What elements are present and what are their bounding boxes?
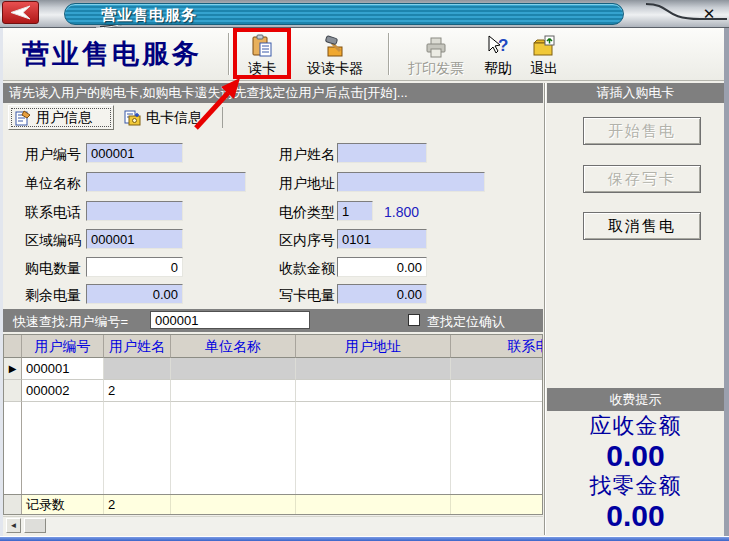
read-card-label: 读卡 <box>248 61 276 76</box>
change-amount-label: 找零金额 <box>547 471 724 500</box>
purchase-qty-label: 购电数量 <box>25 260 81 278</box>
window-title-pill: 营业售电服务 <box>64 3 624 25</box>
user-address-label: 用户地址 <box>279 175 335 193</box>
quick-find-bar: 快速查找:用户编号= 查找定位确认 <box>3 309 543 332</box>
app-logo-icon <box>2 1 39 24</box>
area-serial-field[interactable] <box>337 229 427 249</box>
amount-received-field[interactable] <box>337 257 427 277</box>
cell-phone[interactable] <box>451 358 543 380</box>
col-phone: 联系电话 <box>451 335 543 358</box>
change-amount-value: 0.00 <box>547 500 724 531</box>
price-type-field[interactable] <box>337 201 373 221</box>
toolbar-separator <box>388 33 390 75</box>
table-hscrollbar[interactable]: ◄ <box>3 516 543 533</box>
write-power-label: 写卡电量 <box>279 287 335 305</box>
user-table: 用户编号 用户姓名 单位名称 用户地址 联系电话 ▶ 000001 000002… <box>3 334 543 515</box>
phone-field[interactable] <box>86 201 183 221</box>
card-info-icon <box>124 110 141 126</box>
exit-button[interactable]: 退出 <box>523 31 565 78</box>
save-write-card-button: 保存写卡 <box>583 165 701 193</box>
row-selector-header <box>4 335 22 358</box>
locate-confirm-label: 查找定位确认 <box>427 313 505 331</box>
cancel-sale-button[interactable]: 取消售电 <box>583 212 701 240</box>
window-right-edge <box>724 28 729 541</box>
unit-name-field[interactable] <box>86 172 246 192</box>
area-code-label: 区域编码 <box>25 232 81 250</box>
phone-label: 联系电话 <box>25 204 81 222</box>
printer-icon <box>423 34 449 60</box>
user-name-label: 用户姓名 <box>279 146 335 164</box>
help-cursor-icon: ? <box>485 34 511 60</box>
exit-label: 退出 <box>530 61 558 76</box>
window-title: 营业售电服务 <box>101 6 197 25</box>
scroll-left-arrow-icon[interactable]: ◄ <box>6 518 21 533</box>
cell-user-name[interactable] <box>104 358 171 380</box>
title-bar: 营业售电服务 ✕ <box>0 0 729 28</box>
tab-card-info[interactable]: 电卡信息 <box>118 105 222 130</box>
toolbar: 营业售电服务 读卡 设读卡器 <box>0 28 729 81</box>
user-id-label: 用户编号 <box>25 146 81 164</box>
quick-find-input[interactable] <box>150 311 310 329</box>
cell-user-id[interactable]: 000002 <box>22 380 104 402</box>
table-header-row: 用户编号 用户姓名 单位名称 用户地址 联系电话 <box>4 335 543 358</box>
page-title: 营业售电服务 <box>22 36 202 72</box>
price-type-label: 电价类型 <box>279 204 335 222</box>
close-button[interactable]: ✕ <box>698 4 720 23</box>
user-name-field[interactable] <box>337 143 427 163</box>
status-message: 请先读入用户的购电卡,如购电卡遗失请先查找定位用户后点击[开始]... <box>9 85 408 100</box>
fee-tips-header: 收费提示 <box>547 388 724 411</box>
hscrollbar-thumb[interactable] <box>24 518 46 533</box>
window-left-edge <box>0 28 3 541</box>
cell-unit-name[interactable] <box>171 358 296 380</box>
tab-card-info-label: 电卡信息 <box>146 109 202 127</box>
col-user-id: 用户编号 <box>22 335 104 358</box>
tab-user-info[interactable]: 用户信息 <box>8 105 114 130</box>
purchase-qty-field[interactable] <box>86 257 183 277</box>
setup-card-reader-button[interactable]: 设读卡器 <box>295 31 375 78</box>
insert-card-prompt: 请插入购电卡 <box>547 83 724 103</box>
cell-user-name[interactable]: 2 <box>104 380 171 402</box>
locate-confirm-checkbox[interactable] <box>408 314 420 326</box>
help-button[interactable]: ? 帮助 <box>477 31 519 78</box>
table-footer-row: 记录数 2 <box>4 494 543 514</box>
amount-received-label: 收款金额 <box>279 260 335 278</box>
panel-divider <box>544 83 546 535</box>
write-power-field[interactable] <box>337 284 427 304</box>
cell-unit-name[interactable] <box>171 380 296 402</box>
help-label: 帮助 <box>484 61 512 76</box>
window-bottom-edge <box>0 536 729 541</box>
tab-user-info-label: 用户信息 <box>36 109 92 127</box>
remaining-power-label: 剩余电量 <box>25 287 81 305</box>
remaining-power-field[interactable] <box>86 284 183 304</box>
read-card-clipboard-icon <box>249 34 275 60</box>
read-card-button[interactable]: 读卡 <box>237 31 287 78</box>
tab-separator <box>222 107 223 128</box>
cell-user-id[interactable]: 000001 <box>22 358 104 380</box>
print-invoice-button: 打印发票 <box>398 31 474 78</box>
cell-user-address[interactable] <box>296 380 451 402</box>
table-row[interactable]: 000002 2 <box>4 380 543 402</box>
user-address-field[interactable] <box>337 172 485 192</box>
unit-name-label: 单位名称 <box>25 175 81 193</box>
app-window: 营业售电服务 ✕ 营业售电服务 读卡 设读卡器 <box>0 0 729 541</box>
user-id-field[interactable] <box>86 143 183 163</box>
col-unit-name: 单位名称 <box>171 335 296 358</box>
cell-phone[interactable] <box>451 380 543 402</box>
area-code-field[interactable] <box>86 229 183 249</box>
record-count-value: 2 <box>104 495 171 514</box>
current-row-marker-icon: ▶ <box>4 358 22 380</box>
start-sale-button: 开始售电 <box>583 117 701 145</box>
cell-user-address[interactable] <box>296 358 451 380</box>
table-row[interactable]: ▶ 000001 <box>4 358 543 380</box>
price-rate-value: 1.800 <box>384 204 419 220</box>
col-user-name: 用户姓名 <box>104 335 171 358</box>
receivable-amount-value: 0.00 <box>547 440 724 471</box>
receivable-amount-label: 应收金额 <box>547 411 724 440</box>
status-message-bar: 请先读入用户的购电卡,如购电卡遗失请先查找定位用户后点击[开始]... <box>3 83 543 103</box>
quick-find-label: 快速查找:用户编号= <box>13 313 128 331</box>
col-user-address: 用户地址 <box>296 335 451 358</box>
svg-text:?: ? <box>498 36 508 55</box>
setup-card-reader-label: 设读卡器 <box>307 61 363 76</box>
print-invoice-label: 打印发票 <box>408 61 464 76</box>
table-empty-area <box>4 402 543 494</box>
